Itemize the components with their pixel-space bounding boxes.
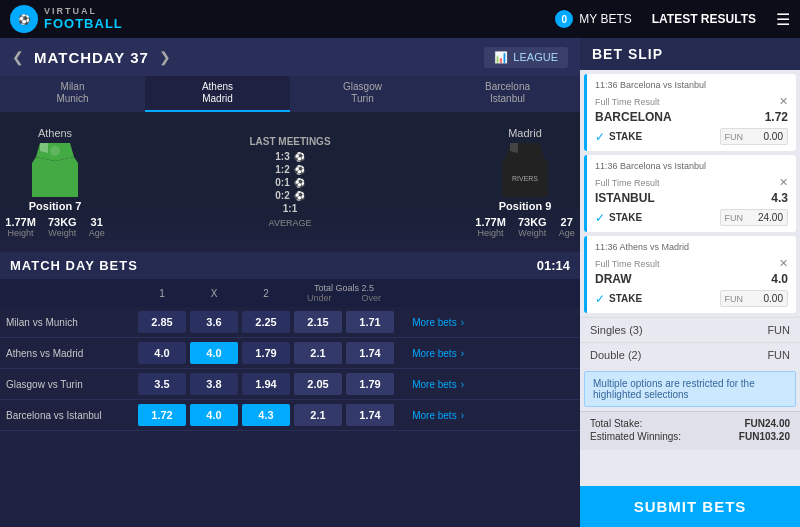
bet-team-1: BARCELONA (595, 110, 672, 124)
double-row: Double (2) FUN (580, 342, 800, 367)
bet-odd-1: 1.72 (765, 110, 788, 124)
meeting-5: 1:1 (283, 203, 297, 214)
team2-height-val: 1.77M (475, 216, 506, 228)
chevron-right-icon-1: › (461, 317, 464, 328)
stake-input-1[interactable] (743, 131, 783, 142)
bet-match-2: 11:36 Barcelona vs Istanbul (595, 161, 706, 171)
singles-row: Singles (3) FUN (580, 317, 800, 342)
team1-weight-val: 73KG (48, 216, 77, 228)
team2-name: Madrid (508, 127, 542, 139)
total-stake-val: FUN24.00 (744, 418, 790, 429)
bet-close-1[interactable]: ✕ (779, 95, 788, 108)
team1-kit (30, 143, 80, 198)
bet-item-istanbul: 11:36 Barcelona vs Istanbul Full Time Re… (584, 155, 796, 232)
odd-athens-1[interactable]: 4.0 (138, 342, 186, 364)
odd-barcelona-1[interactable]: 1.72 (138, 404, 186, 426)
odd-barcelona-under[interactable]: 2.1 (294, 404, 342, 426)
more-bets-2[interactable]: More bets › (396, 348, 464, 359)
more-bets-4[interactable]: More bets › (396, 410, 464, 421)
odd-milan-x[interactable]: 3.6 (190, 311, 238, 333)
bet-team-3: DRAW (595, 272, 632, 286)
team1-stats: 1.77M Height 73KG Weight 31 Age (5, 216, 104, 238)
meeting-2: 1:2 ⚽ (275, 164, 304, 175)
height-label: Height (5, 228, 36, 238)
matchday-nav: ❮ MATCHDAY 37 ❯ (12, 49, 171, 66)
odd-barcelona-x[interactable]: 4.0 (190, 404, 238, 426)
bet-slip-content: 11:36 Barcelona vs Istanbul Full Time Re… (580, 70, 800, 486)
estimated-row: Estimated Winnings: FUN103.20 (590, 431, 790, 442)
meeting-4: 0:2 ⚽ (275, 190, 304, 201)
tab-glasgow-turin[interactable]: Glasgow Turin (290, 76, 435, 112)
meetings-center: LAST MEETINGS 1:3 ⚽ 1:2 ⚽ 0:1 ⚽ (100, 136, 480, 228)
odd-milan-under[interactable]: 2.15 (294, 311, 342, 333)
table-row: Glasgow vs Turin 3.5 3.8 1.94 2.05 1.79 … (0, 369, 580, 400)
my-bets-button[interactable]: 0 MY BETS (555, 10, 631, 28)
my-bets-label: MY BETS (579, 12, 631, 26)
next-matchday-arrow[interactable]: ❯ (159, 49, 171, 65)
odd-athens-x[interactable]: 4.0 (190, 342, 238, 364)
bet-close-2[interactable]: ✕ (779, 176, 788, 189)
stake-input-2[interactable] (743, 212, 783, 223)
team1-side: Athens Position 7 1.77M Height (10, 127, 100, 238)
football-logo-icon: ⚽ (10, 5, 38, 33)
logo-text: VIRTUAL FOOTBALL (44, 7, 123, 31)
odd-glasgow-2[interactable]: 1.94 (242, 373, 290, 395)
odd-glasgow-x[interactable]: 3.8 (190, 373, 238, 395)
bet-item-draw: 11:36 Athens vs Madrid Full Time Result … (584, 236, 796, 313)
odd-milan-1[interactable]: 2.85 (138, 311, 186, 333)
odd-milan-2[interactable]: 2.25 (242, 311, 290, 333)
latest-results-button[interactable]: LATEST RESULTS (652, 12, 756, 26)
double-val: FUN (767, 349, 790, 361)
bet-close-3[interactable]: ✕ (779, 257, 788, 270)
ball-icon-2: ⚽ (294, 165, 305, 175)
match-name-2: Athens vs Madrid (6, 348, 136, 359)
right-panel: BET SLIP 11:36 Barcelona vs Istanbul Ful… (580, 38, 800, 527)
odd-barcelona-2[interactable]: 4.3 (242, 404, 290, 426)
slip-totals: Total Stake: FUN24.00 Estimated Winnings… (580, 411, 800, 450)
odd-glasgow-under[interactable]: 2.05 (294, 373, 342, 395)
team2-weight-val: 73KG (518, 216, 547, 228)
table-row: Athens vs Madrid 4.0 4.0 1.79 2.1 1.74 M… (0, 338, 580, 369)
tab-barcelona-istanbul[interactable]: Barcelona Istanbul (435, 76, 580, 112)
nav-right: 0 MY BETS LATEST RESULTS ☰ (555, 10, 790, 29)
tab-athens-madrid[interactable]: Athens Madrid (145, 76, 290, 112)
restriction-text: Multiple options are restricted for the … (593, 378, 755, 400)
odd-athens-2[interactable]: 1.79 (242, 342, 290, 364)
meeting-3: 0:1 ⚽ (275, 177, 304, 188)
more-bets-1[interactable]: More bets › (396, 317, 464, 328)
bet-match-1: 11:36 Barcelona vs Istanbul (595, 80, 706, 90)
meeting-1: 1:3 ⚽ (275, 151, 304, 162)
prev-matchday-arrow[interactable]: ❮ (12, 49, 24, 65)
league-label: LEAGUE (513, 51, 558, 63)
double-label: Double (2) (590, 349, 641, 361)
stake-label-2: STAKE (609, 212, 716, 223)
tab-milan-munich[interactable]: Milan Munich (0, 76, 145, 112)
chevron-right-icon-2: › (461, 348, 464, 359)
bet-team-2: ISTANBUL (595, 191, 655, 205)
odd-athens-over[interactable]: 1.74 (346, 342, 394, 364)
bet-type-1: Full Time Result (595, 97, 660, 107)
left-panel: ❮ MATCHDAY 37 ❯ 📊 LEAGUE Milan Munich At… (0, 38, 580, 527)
submit-bets-button[interactable]: SUBMIT BETS (580, 486, 800, 527)
chevron-right-icon-3: › (461, 379, 464, 390)
odd-milan-over[interactable]: 1.71 (346, 311, 394, 333)
bet-type-3: Full Time Result (595, 259, 660, 269)
logo-area: ⚽ VIRTUAL FOOTBALL (10, 5, 123, 33)
stake-input-3[interactable] (743, 293, 783, 304)
last-meetings-title: LAST MEETINGS (249, 136, 330, 147)
odd-glasgow-over[interactable]: 1.79 (346, 373, 394, 395)
chevron-right-icon-4: › (461, 410, 464, 421)
stake-input-wrap-2: FUN (720, 209, 789, 226)
bet-match-3: 11:36 Athens vs Madrid (595, 242, 689, 252)
svg-marker-2 (55, 157, 78, 197)
league-button[interactable]: 📊 LEAGUE (484, 47, 568, 68)
match-name-4: Barcelona vs Istanbul (6, 410, 136, 421)
age-label: Age (89, 228, 105, 238)
hamburger-menu-icon[interactable]: ☰ (776, 10, 790, 29)
meetings-list: 1:3 ⚽ 1:2 ⚽ 0:1 ⚽ 0:2 ⚽ (275, 151, 304, 214)
odd-glasgow-1[interactable]: 3.5 (138, 373, 186, 395)
odd-athens-under[interactable]: 2.1 (294, 342, 342, 364)
odd-barcelona-over[interactable]: 1.74 (346, 404, 394, 426)
svg-text:RIVERS: RIVERS (512, 175, 538, 182)
more-bets-3[interactable]: More bets › (396, 379, 464, 390)
